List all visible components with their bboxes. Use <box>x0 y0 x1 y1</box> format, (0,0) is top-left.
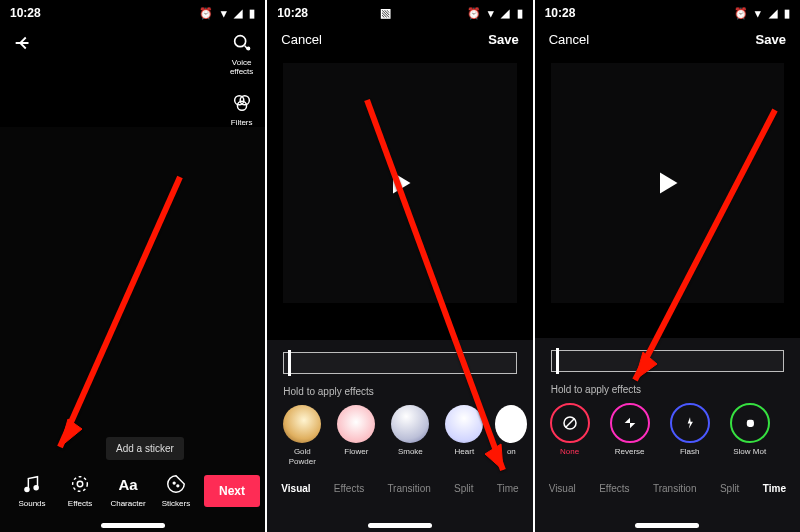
cancel-button[interactable]: Cancel <box>549 32 589 47</box>
flower-thumb <box>337 405 375 443</box>
back-arrow-icon[interactable] <box>12 32 34 54</box>
play-icon <box>386 169 414 197</box>
timeline-scrubber[interactable] <box>283 352 516 374</box>
time-reverse[interactable]: Reverse <box>609 403 651 467</box>
effect-tabs: Visual Effects Transition Split Time <box>535 469 800 504</box>
status-time: 10:28 <box>545 6 576 20</box>
status-icons: ⏰ ▾ ◢ ▮ <box>195 6 255 20</box>
time-slow-motion[interactable]: Slow Mot <box>729 403 771 467</box>
stickers-icon <box>165 473 187 495</box>
capture-preview: Add a sticker Sounds Effects Aa Characte… <box>0 127 265 532</box>
save-button[interactable]: Save <box>756 32 786 47</box>
battery-icon: ▮ <box>517 7 523 19</box>
svg-point-10 <box>77 481 83 487</box>
filters-tool[interactable]: Filters <box>231 92 253 127</box>
tab-transition[interactable]: Transition <box>387 483 431 494</box>
visual-effects-row: Gold Powder Flower Smoke Heart on Rainbo <box>267 401 532 469</box>
video-preview[interactable] <box>551 63 784 303</box>
tab-effects[interactable]: Effects <box>334 483 364 494</box>
svg-point-1 <box>247 47 249 49</box>
cancel-button[interactable]: Cancel <box>281 32 321 47</box>
tab-time[interactable]: Time <box>497 483 519 494</box>
svg-point-8 <box>34 486 38 490</box>
effect-smoke[interactable]: Smoke <box>389 405 431 467</box>
character-icon: Aa <box>117 473 139 495</box>
smoke-thumb <box>391 405 429 443</box>
tab-time[interactable]: Time <box>763 483 786 494</box>
alarm-icon: ⏰ <box>734 7 748 19</box>
tab-visual[interactable]: Visual <box>549 483 576 494</box>
effect-flower[interactable]: Flower <box>335 405 377 467</box>
apply-hint: Hold to apply effects <box>535 376 800 399</box>
screen-effects-time: 10:28 ⏰ ▾ ◢ ▮ Cancel Save Hold to apply … <box>535 0 800 532</box>
nav-pill[interactable] <box>368 523 432 528</box>
tab-split[interactable]: Split <box>720 483 739 494</box>
svg-point-4 <box>237 101 246 110</box>
nav-pill[interactable] <box>101 523 165 528</box>
sounds-icon <box>21 473 43 495</box>
svg-marker-19 <box>624 418 629 423</box>
voice-effects-tool[interactable]: Voice effects <box>230 32 253 76</box>
signal-icon: ◢ <box>501 7 509 19</box>
effect-gold-powder[interactable]: Gold Powder <box>281 405 323 467</box>
effect-heart[interactable]: Heart <box>443 405 485 467</box>
svg-marker-20 <box>630 423 635 428</box>
apply-hint: Hold to apply effects <box>267 378 532 401</box>
wifi-icon: ▾ <box>221 7 227 19</box>
battery-icon: ▮ <box>784 7 790 19</box>
filters-label: Filters <box>231 118 253 127</box>
signal-icon: ◢ <box>234 7 242 19</box>
video-preview[interactable] <box>283 63 516 303</box>
filters-icon <box>231 92 253 114</box>
status-bar: 10:28 ▧ ⏰ ▾ ◢ ▮ <box>267 0 532 24</box>
stickers-label: Stickers <box>162 499 190 508</box>
svg-marker-16 <box>660 173 678 194</box>
status-time: 10:28 <box>277 6 308 20</box>
effects-icon <box>69 473 91 495</box>
status-icons: ⏰ ▾ ◢ ▮ <box>730 6 790 20</box>
svg-line-18 <box>565 419 574 428</box>
tab-split[interactable]: Split <box>454 483 473 494</box>
time-effects-row: None Reverse Flash <box>535 399 800 469</box>
time-none[interactable]: None <box>549 403 591 467</box>
slowmo-icon <box>730 403 770 443</box>
timeline-cursor[interactable] <box>288 350 291 376</box>
stickers-tool[interactable]: Stickers <box>156 473 196 508</box>
time-flash[interactable]: Flash <box>669 403 711 467</box>
character-tool[interactable]: Aa Character <box>108 473 148 508</box>
sounds-tool[interactable]: Sounds <box>12 473 52 508</box>
timeline-scrubber[interactable] <box>551 350 784 372</box>
tab-visual[interactable]: Visual <box>281 483 310 494</box>
tab-transition[interactable]: Transition <box>653 483 697 494</box>
svg-rect-22 <box>747 421 752 426</box>
add-sticker-tooltip: Add a sticker <box>106 437 184 460</box>
signal-icon: ◢ <box>769 7 777 19</box>
top-bar: Voice effects Filters <box>0 24 265 127</box>
tab-effects[interactable]: Effects <box>599 483 629 494</box>
timeline-cursor[interactable] <box>556 348 559 374</box>
svg-point-0 <box>234 36 245 47</box>
bottom-toolbar: Sounds Effects Aa Character Stickers Nex… <box>0 473 265 508</box>
none-icon <box>550 403 590 443</box>
next-button[interactable]: Next <box>204 475 260 507</box>
effect-tabs: Visual Effects Transition Split Time <box>267 469 532 504</box>
screen-effects-visual: 10:28 ▧ ⏰ ▾ ◢ ▮ Cancel Save Hold to appl… <box>267 0 532 532</box>
status-time: 10:28 <box>10 6 41 20</box>
status-bar: 10:28 ⏰ ▾ ◢ ▮ <box>535 0 800 24</box>
nav-pill[interactable] <box>635 523 699 528</box>
effect-neon[interactable]: on <box>497 405 525 467</box>
alarm-icon: ⏰ <box>467 7 481 19</box>
screen-post-capture: 10:28 ⏰ ▾ ◢ ▮ Voice effects <box>0 0 265 532</box>
svg-marker-21 <box>687 417 692 429</box>
effects-tool[interactable]: Effects <box>60 473 100 508</box>
reverse-icon <box>610 403 650 443</box>
character-label: Character <box>110 499 145 508</box>
wifi-icon: ▾ <box>488 7 494 19</box>
gallery-icon: ▧ <box>380 6 391 20</box>
alarm-icon: ⏰ <box>199 7 213 19</box>
save-button[interactable]: Save <box>488 32 518 47</box>
svg-point-3 <box>240 96 249 105</box>
svg-point-11 <box>173 482 175 484</box>
svg-marker-6 <box>60 419 82 447</box>
voice-effects-icon <box>231 32 253 54</box>
